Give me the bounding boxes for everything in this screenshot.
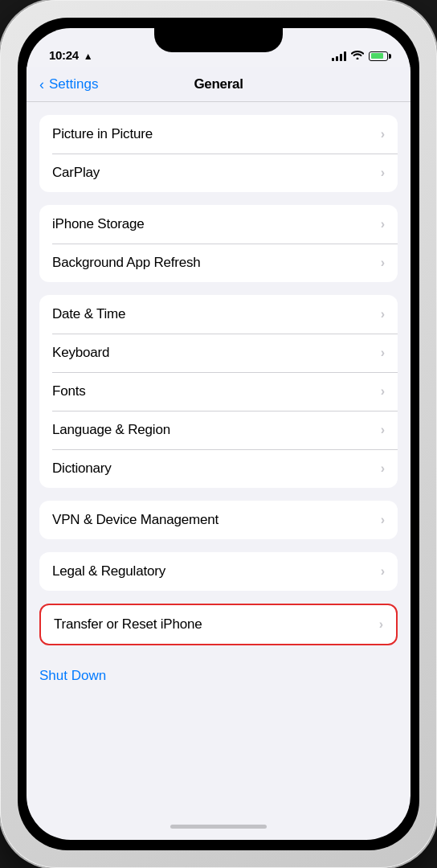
back-chevron-icon: ‹: [39, 77, 44, 92]
battery-fill: [371, 53, 383, 59]
back-button[interactable]: ‹ Settings: [39, 76, 98, 92]
settings-row-dictionary[interactable]: Dictionary ›: [39, 449, 398, 488]
section-2: iPhone Storage › Background App Refresh …: [27, 205, 410, 282]
wifi-icon: [351, 50, 364, 62]
back-label: Settings: [49, 76, 98, 92]
highlighted-transfer-group: Transfer or Reset iPhone ›: [39, 604, 398, 645]
settings-group-1: Picture in Picture › CarPlay ›: [39, 115, 398, 192]
settings-group-3: Date & Time › Keyboard › Fonts › Langu: [39, 295, 398, 488]
section-transfer: Transfer or Reset iPhone ›: [27, 604, 410, 645]
section-4: VPN & Device Management ›: [27, 501, 410, 539]
settings-row-fonts[interactable]: Fonts ›: [39, 372, 398, 411]
chevron-right-icon: ›: [381, 513, 385, 527]
settings-group-4: VPN & Device Management ›: [39, 501, 398, 539]
section-5: Legal & Regulatory ›: [27, 552, 410, 591]
battery-icon: [369, 51, 388, 61]
status-time: 10:24 ▲: [49, 48, 92, 62]
notch: [154, 28, 283, 52]
section-1: Picture in Picture › CarPlay ›: [27, 115, 410, 192]
home-indicator: [27, 813, 410, 840]
content-scroll[interactable]: Picture in Picture › CarPlay › iPhone St…: [27, 102, 410, 813]
location-icon: ▲: [84, 51, 93, 62]
settings-row-carplay[interactable]: CarPlay ›: [39, 154, 398, 192]
chevron-right-icon: ›: [381, 166, 385, 180]
settings-row-keyboard[interactable]: Keyboard ›: [39, 334, 398, 372]
status-icons: [332, 50, 388, 62]
settings-row-background-app-refresh[interactable]: Background App Refresh ›: [39, 244, 398, 282]
settings-row-date-time[interactable]: Date & Time ›: [39, 295, 398, 334]
phone-inner: 10:24 ▲: [18, 18, 419, 850]
nav-bar: ‹ Settings General: [27, 67, 410, 102]
chevron-right-icon: ›: [381, 384, 385, 399]
section-3: Date & Time › Keyboard › Fonts › Langu: [27, 295, 410, 488]
chevron-right-icon: ›: [381, 307, 385, 321]
settings-row-iphone-storage[interactable]: iPhone Storage ›: [39, 205, 398, 244]
settings-row-language-region[interactable]: Language & Region ›: [39, 411, 398, 449]
chevron-right-icon: ›: [381, 127, 385, 141]
settings-row-legal[interactable]: Legal & Regulatory ›: [39, 552, 398, 591]
chevron-right-icon: ›: [381, 217, 385, 231]
screen: 10:24 ▲: [27, 28, 410, 840]
shutdown-button[interactable]: Shut Down: [39, 665, 106, 687]
settings-row-vpn[interactable]: VPN & Device Management ›: [39, 501, 398, 539]
chevron-right-icon: ›: [381, 461, 385, 476]
chevron-right-icon: ›: [381, 564, 385, 579]
settings-row-picture-in-picture[interactable]: Picture in Picture ›: [39, 115, 398, 154]
settings-group-2: iPhone Storage › Background App Refresh …: [39, 205, 398, 282]
chevron-right-icon: ›: [379, 617, 383, 632]
page-title: General: [194, 76, 243, 92]
settings-group-5: Legal & Regulatory ›: [39, 552, 398, 591]
signal-bars: [332, 51, 346, 61]
shutdown-row: Shut Down: [27, 658, 410, 690]
home-bar: [170, 825, 267, 829]
chevron-right-icon: ›: [381, 256, 385, 270]
settings-row-transfer-reset[interactable]: Transfer or Reset iPhone ›: [41, 605, 396, 644]
chevron-right-icon: ›: [381, 423, 385, 437]
phone-frame: 10:24 ▲: [0, 0, 437, 868]
chevron-right-icon: ›: [381, 346, 385, 360]
